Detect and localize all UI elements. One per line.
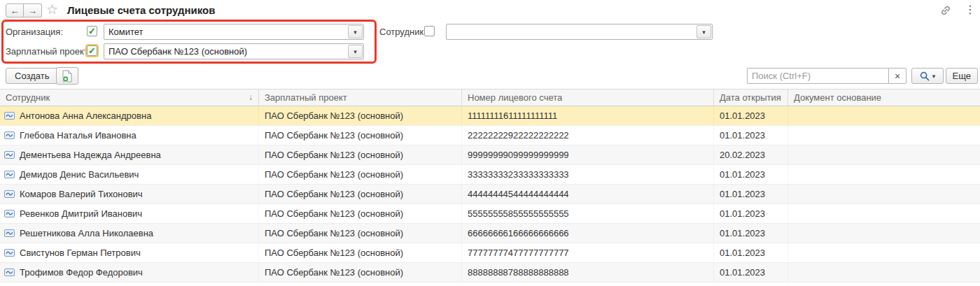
chevron-down-icon: ▾: [932, 73, 936, 80]
table-row[interactable]: Антонова Анна Александровна ПАО Сбербанк…: [0, 106, 980, 126]
table-row[interactable]: Глебова Наталья Ивановна ПАО Сбербанк №1…: [0, 126, 980, 145]
open-date-cell: 01.01.2023: [714, 165, 788, 184]
account-number-cell: 66666666166666666666: [462, 224, 714, 243]
table-row[interactable]: Демидов Денис Васильевич ПАО Сбербанк №1…: [0, 165, 980, 185]
open-date-cell: 01.01.2023: [714, 126, 788, 145]
clear-search-button[interactable]: ×: [888, 68, 906, 84]
back-button[interactable]: ←: [6, 3, 24, 17]
employee-filter-label: Сотрудник:: [379, 27, 426, 38]
employee-name-cell: Дементьева Надежда Андреевна: [20, 145, 161, 164]
project-cell: ПАО Сбербанк №123 (основной): [259, 165, 462, 184]
basis-document-cell: [788, 263, 980, 282]
search-input[interactable]: [747, 68, 888, 84]
employee-name-cell: Свистунов Герман Петрович: [20, 243, 141, 262]
account-number-cell: 44444444544444444444: [462, 185, 714, 203]
basis-document-cell: [788, 106, 980, 125]
account-number-cell: 11111111611111111111: [462, 106, 714, 125]
project-cell: ПАО Сбербанк №123 (основной): [259, 243, 462, 262]
table-row[interactable]: Комаров Валерий Тихонович ПАО Сбербанк №…: [0, 185, 980, 204]
chevron-down-icon[interactable]: ▾: [348, 25, 363, 38]
create-button[interactable]: Создать: [6, 68, 58, 84]
employee-account-icon: [4, 229, 15, 237]
more-menu-icon[interactable]: ⋮: [965, 3, 976, 17]
project-cell: ПАО Сбербанк №123 (основной): [259, 224, 462, 243]
project-cell: ПАО Сбербанк №123 (основной): [259, 204, 462, 223]
forward-button[interactable]: →: [24, 3, 42, 17]
salary-project-combo[interactable]: ПАО Сбербанк №123 (основной) ▾: [104, 43, 364, 59]
table-body: Антонова Анна Александровна ПАО Сбербанк…: [0, 106, 980, 283]
check-icon: ✓: [88, 46, 96, 55]
open-date-cell: 20.02.2023: [714, 145, 788, 164]
employee-combo[interactable]: ▾: [446, 24, 713, 40]
chevron-down-icon[interactable]: ▾: [696, 25, 711, 38]
salary-project-label: Зарплатный проект:: [6, 46, 90, 57]
back-arrow-icon: ←: [10, 6, 20, 16]
organization-checkbox[interactable]: ✓: [87, 26, 97, 36]
employee-account-icon: [4, 131, 15, 139]
employee-name-cell: Решетникова Алла Николаевна: [20, 224, 153, 243]
table-row[interactable]: Трофимов Федор Федорович ПАО Сбербанк №1…: [0, 263, 980, 283]
employee-name-cell: Глебова Наталья Ивановна: [20, 126, 136, 145]
table-header: Сотрудник ↓ Зарплатный проект Номер лице…: [0, 89, 980, 106]
employee-name-cell: Антонова Анна Александровна: [20, 106, 151, 125]
project-cell: ПАО Сбербанк №123 (основной): [259, 263, 462, 282]
employee-account-icon: [4, 151, 15, 159]
account-number-cell: 22222222922222222222: [462, 126, 714, 145]
column-header-basis-document[interactable]: Документ основание: [788, 90, 980, 106]
employee-account-icon: [4, 171, 15, 178]
salary-project-checkbox[interactable]: ✓: [87, 45, 97, 56]
table-row[interactable]: Решетникова Алла Николаевна ПАО Сбербанк…: [0, 224, 980, 243]
table-row[interactable]: Свистунов Герман Петрович ПАО Сбербанк №…: [0, 243, 980, 263]
search-button[interactable]: ▾: [911, 68, 944, 84]
forward-arrow-icon: →: [28, 6, 37, 16]
employee-name-cell: Демидов Денис Васильевич: [20, 165, 139, 184]
create-new-item-button[interactable]: [56, 67, 78, 85]
search-group: ×: [747, 68, 906, 84]
open-date-cell: 01.01.2023: [714, 204, 788, 223]
organization-value: Комитет: [104, 27, 347, 37]
account-number-cell: 99999999099999999999: [462, 145, 714, 164]
nav-buttons: ← →: [6, 3, 42, 17]
column-header-employee[interactable]: Сотрудник ↓: [0, 90, 259, 106]
basis-document-cell: [788, 243, 980, 262]
open-date-cell: 01.01.2023: [714, 185, 788, 203]
column-header-account[interactable]: Номер лицевого счета: [462, 90, 714, 106]
app-window: ← → ☆ Лицевые счета сотрудников ⋮ Органи…: [0, 0, 980, 286]
salary-project-value: ПАО Сбербанк №123 (основной): [104, 46, 347, 57]
account-number-cell: 77777777477777777777: [462, 243, 714, 262]
basis-document-cell: [788, 204, 980, 223]
more-button[interactable]: Еще: [946, 68, 978, 84]
project-cell: ПАО Сбербанк №123 (основной): [259, 126, 462, 145]
basis-document-cell: [788, 165, 980, 184]
organization-combo[interactable]: Комитет ▾: [104, 24, 364, 40]
new-document-plus-icon: [62, 70, 73, 83]
open-date-cell: 01.01.2023: [714, 263, 788, 282]
column-header-open-date[interactable]: Дата открытия: [714, 90, 788, 106]
project-cell: ПАО Сбербанк №123 (основной): [259, 106, 462, 125]
open-date-cell: 01.01.2023: [714, 224, 788, 243]
employee-checkbox[interactable]: [424, 26, 435, 36]
sort-descending-icon: ↓: [248, 90, 253, 106]
basis-document-cell: [788, 185, 980, 203]
employee-account-icon: [4, 190, 15, 198]
employee-account-icon: [4, 210, 15, 217]
column-header-project[interactable]: Зарплатный проект: [259, 90, 462, 106]
account-number-cell: 88888888788888888888: [462, 263, 714, 282]
account-number-cell: 33333333233333333333: [462, 165, 714, 184]
employee-account-icon: [4, 249, 15, 257]
open-date-cell: 01.01.2023: [714, 243, 788, 262]
close-icon: ×: [895, 71, 900, 82]
favorite-star-icon[interactable]: ☆: [46, 2, 58, 17]
employee-account-icon: [4, 112, 15, 120]
employee-name-cell: Ревенков Дмитрий Иванович: [20, 204, 142, 223]
table-row[interactable]: Дементьева Надежда Андреевна ПАО Сбербан…: [0, 145, 980, 165]
get-link-icon[interactable]: [940, 5, 951, 16]
project-cell: ПАО Сбербанк №123 (основной): [259, 185, 462, 203]
table-row[interactable]: Ревенков Дмитрий Иванович ПАО Сбербанк №…: [0, 204, 980, 224]
chevron-down-icon[interactable]: ▾: [348, 45, 363, 58]
organization-label: Организация:: [6, 27, 63, 38]
project-cell: ПАО Сбербанк №123 (основной): [259, 145, 462, 164]
basis-document-cell: [788, 224, 980, 243]
basis-document-cell: [788, 145, 980, 164]
open-date-cell: 01.01.2023: [714, 106, 788, 125]
